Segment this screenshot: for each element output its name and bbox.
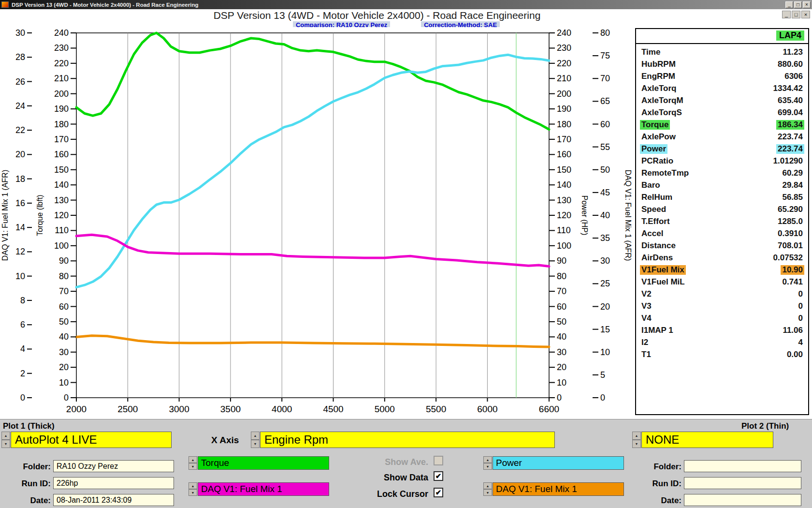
x-axis-spinner[interactable]: ▲ ▼: [251, 432, 260, 448]
svg-text:100: 100: [557, 241, 571, 251]
folder-field[interactable]: RA10 Ozzy Perez: [53, 460, 174, 472]
svg-text:10: 10: [557, 378, 566, 388]
svg-text:30: 30: [600, 256, 610, 266]
svg-text:150: 150: [54, 165, 69, 175]
minimize-icon[interactable]: _: [785, 1, 793, 8]
table-row: EngRPM6306: [640, 70, 804, 82]
channel-name: AirDens: [640, 253, 674, 263]
svg-text:45: 45: [600, 188, 610, 197]
spin-down-icon[interactable]: ▼: [1, 440, 10, 448]
lock-cursor-checkbox[interactable]: ✔: [434, 488, 443, 497]
spin-up-icon[interactable]: ▲: [188, 456, 197, 463]
axis-x: 2000250030003500400045005000550060006600: [66, 398, 559, 414]
plot1-channel2-select[interactable]: DAQ V1: Fuel Mix 1: [198, 482, 329, 496]
run-id2-field[interactable]: [684, 477, 801, 489]
svg-text:24: 24: [15, 101, 25, 111]
svg-text:0: 0: [64, 393, 69, 403]
svg-text:140: 140: [557, 180, 571, 190]
svg-text:240: 240: [557, 28, 571, 38]
spin-up-icon[interactable]: ▲: [188, 482, 197, 489]
child-restore-icon[interactable]: □: [792, 11, 800, 18]
dyno-plot[interactable]: 0246810121416182022242628300102030405060…: [0, 27, 634, 418]
spin-down-icon[interactable]: ▼: [632, 440, 641, 448]
channel-value: 0.00: [785, 350, 804, 359]
spin-up-icon[interactable]: ▲: [483, 482, 492, 489]
run-id-label: Run ID:: [4, 479, 51, 489]
plot1-channel1-spinner[interactable]: ▲ ▼: [188, 456, 197, 470]
spin-down-icon[interactable]: ▼: [251, 440, 260, 448]
svg-text:210: 210: [557, 74, 571, 83]
child-minimize-icon[interactable]: _: [782, 11, 791, 18]
svg-text:80: 80: [557, 271, 566, 281]
spin-up-icon[interactable]: ▲: [251, 432, 260, 440]
plot2-select[interactable]: NONE: [641, 432, 773, 448]
svg-text:220: 220: [557, 59, 571, 68]
svg-text:110: 110: [55, 225, 69, 235]
axis-title-right-inner: Power (HP): [580, 195, 589, 236]
svg-text:28: 28: [15, 52, 25, 62]
table-row: T.Effort1285.0: [640, 215, 804, 227]
svg-text:22: 22: [15, 125, 25, 135]
svg-text:100: 100: [54, 241, 69, 251]
date-field[interactable]: 08-Jan-2011 23:43:09: [53, 494, 174, 506]
spin-down-icon[interactable]: ▼: [483, 489, 492, 496]
plot2-channel1-spinner[interactable]: ▲ ▼: [483, 456, 492, 470]
svg-text:35: 35: [600, 233, 610, 243]
channel-value: 11.23: [781, 47, 804, 57]
show-data-checkbox[interactable]: ✔: [434, 471, 443, 481]
restore-icon[interactable]: □: [794, 1, 802, 8]
svg-text:50: 50: [59, 317, 69, 327]
date2-field[interactable]: [684, 494, 801, 506]
channel-name: HubRPM: [640, 60, 677, 69]
dyno-chart[interactable]: 0246810121416182022242628300102030405060…: [0, 27, 634, 418]
x-axis-select[interactable]: Engine Rpm: [260, 432, 555, 448]
spin-up-icon[interactable]: ▲: [1, 432, 10, 440]
spin-up-icon[interactable]: ▲: [483, 456, 492, 463]
show-ave-checkbox[interactable]: [434, 456, 443, 465]
spin-up-icon[interactable]: ▲: [632, 432, 641, 440]
plot2-channel1-select[interactable]: Power: [493, 456, 624, 470]
table-row: V1Fuel Mix10.90: [640, 264, 804, 276]
plot2-channel2-select[interactable]: DAQ V1: Fuel Mix 1: [493, 482, 624, 496]
svg-text:2: 2: [20, 369, 25, 378]
channel-value: 6306: [783, 72, 804, 81]
channel-name: AxleTorq: [640, 84, 678, 93]
svg-text:5500: 5500: [426, 404, 446, 414]
channel-name: I1MAP 1: [640, 326, 675, 335]
plot1-heading: Plot 1 (Thick): [3, 421, 55, 431]
table-row: AxleTorqM635.40: [640, 94, 804, 106]
spin-down-icon[interactable]: ▼: [483, 463, 492, 470]
channel-name: V4: [640, 314, 653, 323]
plot1-channel1-select[interactable]: Torque: [198, 456, 329, 470]
svg-text:75: 75: [600, 51, 610, 60]
svg-text:130: 130: [54, 195, 69, 205]
table-row: V1Fuel MiL0.741: [640, 276, 804, 288]
channel-name: Time: [640, 47, 662, 57]
close-icon[interactable]: ×: [803, 1, 811, 8]
channel-name: Speed: [640, 205, 667, 214]
date-label: Date:: [4, 496, 51, 506]
lap-badge: LAP4: [776, 30, 804, 41]
plot2-spinner[interactable]: ▲ ▼: [632, 432, 641, 448]
channel-value: 708.01: [776, 241, 804, 251]
autoplot-select[interactable]: AutoPlot 4 LIVE: [11, 432, 172, 448]
svg-text:180: 180: [557, 120, 571, 129]
channel-name: AxleTorqM: [640, 96, 685, 105]
channel-value: 0: [797, 301, 804, 311]
table-row: V30: [640, 300, 804, 312]
channel-name: V1Fuel MiL: [640, 277, 686, 287]
svg-text:50: 50: [600, 165, 610, 175]
svg-text:190: 190: [54, 104, 69, 114]
svg-text:4500: 4500: [323, 404, 343, 414]
channel-value: 65.290: [776, 205, 804, 214]
plot1-channel2-spinner[interactable]: ▲ ▼: [188, 482, 197, 496]
spin-down-icon[interactable]: ▼: [188, 489, 197, 496]
autoplot-spinner[interactable]: ▲ ▼: [1, 432, 10, 448]
spin-down-icon[interactable]: ▼: [188, 463, 197, 470]
lock-cursor-label: Lock Cursor: [338, 489, 428, 499]
folder2-field[interactable]: [684, 460, 801, 472]
plot2-channel2-spinner[interactable]: ▲ ▼: [483, 482, 492, 496]
run-id-field[interactable]: 226hp: [53, 477, 174, 489]
child-close-icon[interactable]: ×: [801, 11, 810, 18]
table-row: AxlePow223.74: [640, 131, 804, 143]
